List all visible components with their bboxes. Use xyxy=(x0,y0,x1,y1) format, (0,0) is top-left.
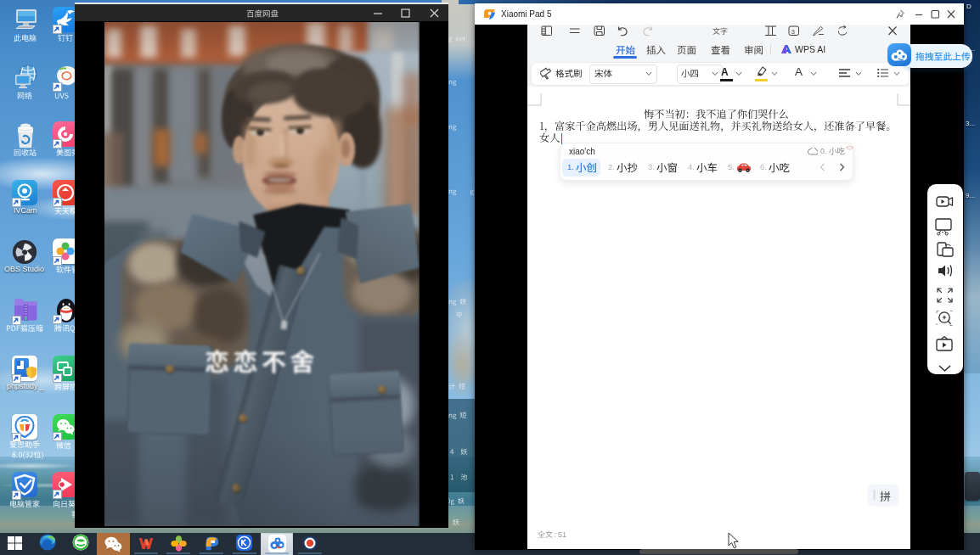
svg-text:3: 3 xyxy=(791,28,795,36)
